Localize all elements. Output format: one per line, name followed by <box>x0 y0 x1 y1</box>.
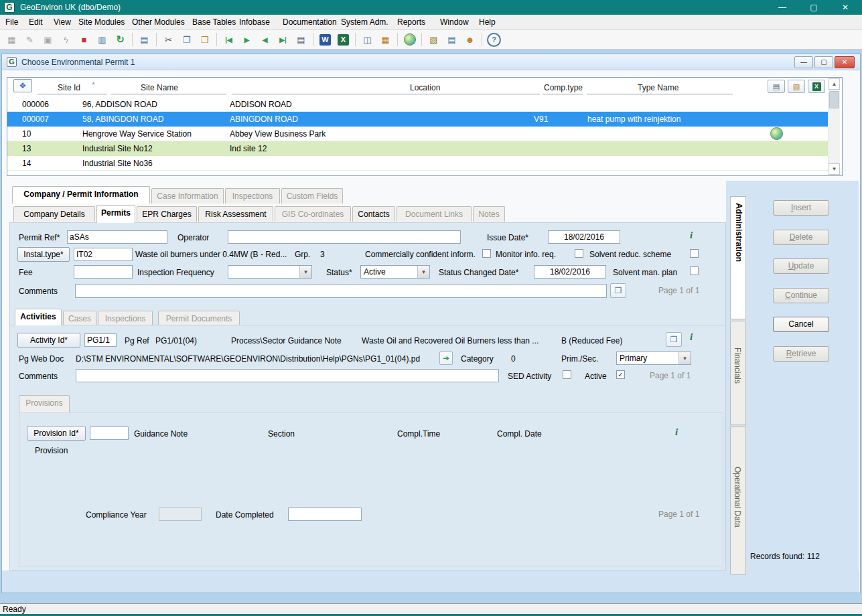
report-icon[interactable]: ▤ <box>443 31 461 48</box>
globe-icon[interactable] <box>401 31 419 48</box>
detail-view-icon[interactable]: ▤ <box>135 31 153 48</box>
tab-gis-co-ordinates[interactable]: GIS Co-ordinates <box>275 206 351 222</box>
globe-icon[interactable] <box>770 127 783 140</box>
tab-company-permit-information[interactable]: Company / Permit Information <box>12 186 150 204</box>
cancel-button[interactable]: Cancel <box>773 317 829 332</box>
update-button[interactable]: Update <box>773 258 829 274</box>
activity-info-icon[interactable]: i <box>690 331 693 343</box>
cut-icon[interactable]: ✂ <box>159 31 177 48</box>
menu-site-modules[interactable]: Site Modules <box>78 17 125 27</box>
column-header-location[interactable]: Location <box>410 83 440 92</box>
copy-icon[interactable]: ❐ <box>177 31 196 48</box>
tab-inspections[interactable]: Inspections <box>225 188 280 204</box>
tab-risk-assessment[interactable]: Risk Assessment <box>198 206 273 222</box>
grid-excel-icon[interactable]: X <box>808 80 825 93</box>
tab-provisions[interactable]: Provisions <box>19 395 70 412</box>
info-icon[interactable]: i <box>690 230 693 241</box>
refresh-icon[interactable]: ↻ <box>111 31 129 48</box>
insert-button[interactable]: Insert <box>773 200 829 216</box>
user-icon[interactable]: ☻ <box>461 31 479 48</box>
copy-table-icon[interactable]: ▥ <box>93 31 111 48</box>
menu-reports[interactable]: Reports <box>397 17 425 27</box>
tab-notes[interactable]: Notes <box>473 206 505 222</box>
retrieve-button[interactable]: Retrieve <box>773 346 829 362</box>
table-row[interactable]: 000006 96, ADDISON ROAD ADDISON ROAD <box>7 97 828 112</box>
open-document-icon[interactable]: ➔ <box>439 352 453 365</box>
delete-button[interactable]: Delete <box>773 230 829 245</box>
tab-company-details[interactable]: Company Details <box>13 206 95 222</box>
prim-sec-select[interactable]: Primary ▾ <box>616 352 691 365</box>
provision-id-button[interactable]: Provision Id* <box>27 426 86 441</box>
next-record-icon[interactable]: ▶ <box>238 31 256 48</box>
tab-permit-documents[interactable]: Permit Documents <box>158 311 240 325</box>
commercially-confident-checkbox[interactable] <box>482 249 491 258</box>
scroll-down-icon[interactable]: ▼ <box>829 163 840 175</box>
map-icon[interactable]: ▧ <box>425 31 443 48</box>
continue-button[interactable]: Continue <box>773 288 829 303</box>
menu-view[interactable]: View <box>54 17 71 27</box>
print-icon[interactable]: ▤ <box>292 31 310 48</box>
child-close-icon[interactable]: ✕ <box>835 56 855 68</box>
word-export-icon[interactable]: W <box>316 31 334 48</box>
menu-documentation[interactable]: Documentation <box>283 17 337 27</box>
issue-date-input[interactable] <box>548 230 620 244</box>
table-row[interactable]: 10 Hengrove Way Service Station Abbey Vi… <box>7 127 828 141</box>
activity-id-input[interactable] <box>84 333 117 347</box>
grid-chart-icon[interactable]: ▧ <box>788 80 805 93</box>
operator-input[interactable] <box>228 230 461 244</box>
table-row[interactable]: 14 Industrial Site No36 <box>7 156 828 171</box>
provision-id-input[interactable] <box>90 427 129 440</box>
previous-record-icon[interactable]: ◀ <box>256 31 274 48</box>
menu-edit[interactable]: Edit <box>29 17 43 27</box>
status-changed-date-input[interactable] <box>534 265 606 279</box>
active-checkbox[interactable]: ✓ <box>616 370 625 379</box>
instal-type-input[interactable] <box>74 248 133 261</box>
solvent-man-plan-checkbox[interactable] <box>690 266 699 275</box>
save-icon[interactable]: ▣ <box>39 31 57 48</box>
solvent-reduc-checkbox[interactable] <box>690 249 699 258</box>
tab-contacts[interactable]: Contacts <box>352 206 395 222</box>
menu-infobase[interactable]: Infobase <box>239 17 270 27</box>
provision-info-icon[interactable]: i <box>675 427 678 438</box>
excel-export-icon[interactable]: X <box>334 31 352 48</box>
lightning-icon[interactable]: ϟ <box>57 31 75 48</box>
column-header-site-name[interactable]: Site Name <box>141 83 178 92</box>
scrollbar-thumb[interactable] <box>829 91 839 108</box>
activity-id-button[interactable]: Activity Id* <box>17 333 80 348</box>
edit-icon[interactable]: ✎ <box>21 31 39 48</box>
tab-custom-fields[interactable]: Custom Fields <box>281 188 343 204</box>
maximize-icon[interactable]: ▢ <box>800 0 827 15</box>
monitor-info-checkbox[interactable] <box>575 249 583 258</box>
minimize-icon[interactable]: — <box>769 0 796 15</box>
inspection-frequency-select[interactable]: ▾ <box>228 265 312 279</box>
date-completed-input[interactable] <box>288 508 362 521</box>
close-icon[interactable]: ✕ <box>832 0 859 15</box>
comments-input[interactable] <box>75 284 607 298</box>
instal-type-button[interactable]: Instal.type* <box>17 247 70 262</box>
grid-print-icon[interactable]: ▤ <box>768 80 785 93</box>
menu-base-tables[interactable]: Base Tables <box>192 17 236 27</box>
tab-activity-inspections[interactable]: Inspections <box>98 311 153 325</box>
child-maximize-icon[interactable]: ▢ <box>814 56 833 68</box>
column-header-type-name[interactable]: Type Name <box>638 83 678 92</box>
table-row-selected[interactable]: 000007 58, ABINGDON ROAD ABINGDON ROAD V… <box>7 112 828 127</box>
first-record-icon[interactable]: |◀ <box>220 31 238 48</box>
fee-input[interactable] <box>74 265 133 279</box>
tab-permits[interactable]: Permits <box>96 205 135 223</box>
copy-comments-icon[interactable]: ❐ <box>610 283 626 298</box>
column-header-site-id[interactable]: Site Id <box>58 83 80 92</box>
column-header-comp-type[interactable]: Comp.type <box>544 83 583 92</box>
activity-comments-input[interactable] <box>76 369 499 382</box>
table-icon[interactable]: ▦ <box>3 31 21 48</box>
sed-activity-checkbox[interactable] <box>563 370 571 379</box>
tab-document-links[interactable]: Document Links <box>397 206 472 222</box>
help-icon[interactable]: ? <box>485 31 503 48</box>
table-row[interactable]: 13 Industrial Site No12 Ind site 12 <box>7 141 828 156</box>
images-icon[interactable]: ▦ <box>376 31 394 48</box>
tab-activities[interactable]: Activities <box>15 309 62 325</box>
menu-window[interactable]: Window <box>440 17 469 27</box>
menu-file[interactable]: File <box>5 17 18 27</box>
status-select[interactable]: Active ▾ <box>360 265 430 279</box>
menu-other-modules[interactable]: Other Modules <box>132 17 185 27</box>
database-icon[interactable]: ◫ <box>358 31 376 48</box>
